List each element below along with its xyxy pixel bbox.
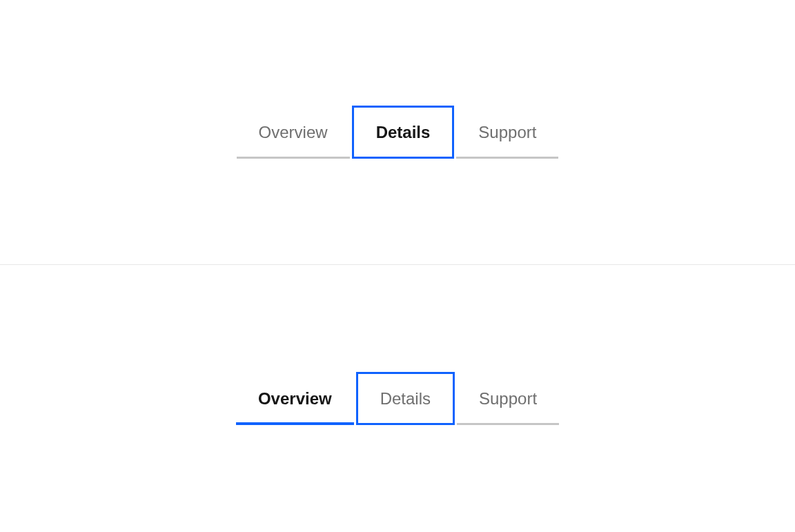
tabset: Overview Details Support [234,372,561,425]
tab-overview[interactable]: Overview [234,372,356,425]
tabs-example-a: Overview Details Support [0,0,795,265]
tab-details[interactable]: Details [352,106,455,159]
tab-label: Support [479,389,537,408]
tab-label: Details [380,389,431,408]
tabset: Overview Details Support [235,106,561,159]
tab-label: Overview [259,123,328,141]
tab-support[interactable]: Support [454,106,560,159]
tab-label: Support [478,123,536,141]
tab-label: Overview [258,389,332,408]
tab-details[interactable]: Details [356,372,455,425]
tab-overview[interactable]: Overview [235,106,352,159]
tab-support[interactable]: Support [455,372,561,425]
tab-label: Details [376,123,431,141]
tabs-example-b: Overview Details Support [0,265,795,532]
